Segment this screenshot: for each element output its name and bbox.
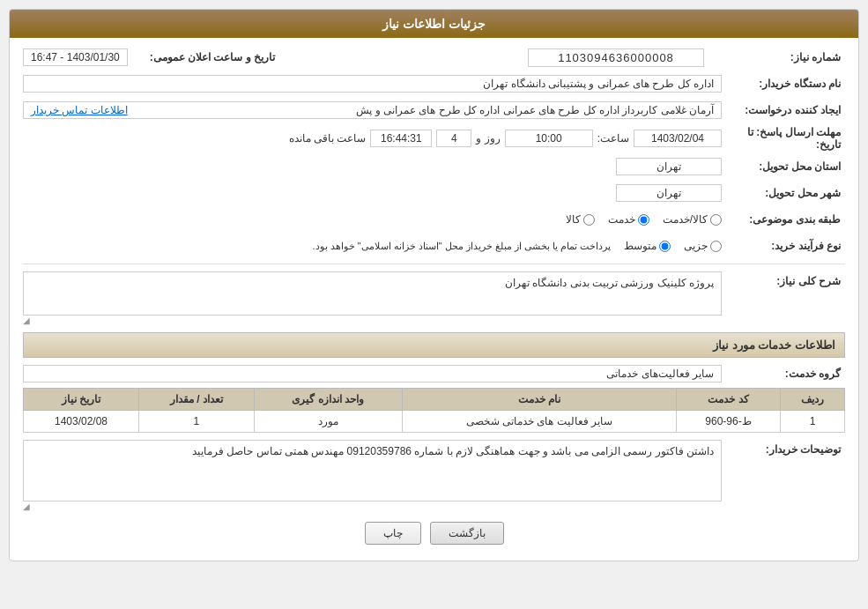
description-value: پروژه کلینیک ورزشی تربیت بدنی دانشگاه ته… — [23, 271, 722, 316]
page-title: جزئیات اطلاعات نیاز — [10, 10, 858, 38]
deadline-days: 4 — [436, 130, 471, 147]
category-option-kala-khedmat: کالا/خدمت — [663, 213, 708, 226]
deadline-countdown: 16:44:31 — [370, 130, 432, 147]
buyer-org-label: نام دستگاه خریدار: — [722, 78, 845, 90]
services-section-header: اطلاعات خدمات مورد نیاز — [23, 332, 845, 358]
table-header-unit: واحد اندازه گیری — [254, 389, 402, 411]
creator-value: آرمان غلامی کاربرداز اداره کل طرح های عم… — [356, 104, 714, 116]
deadline-date: 1403/02/04 — [634, 130, 722, 147]
category-label: طبقه بندی موضوعی: — [722, 213, 845, 226]
description-section-label: شرح کلی نیاز: — [722, 271, 845, 287]
notes-resize-handle: ◢ — [23, 501, 30, 511]
category-options: کالا/خدمت خدمت کالا — [566, 213, 722, 226]
buyer-notes-label: توضیحات خریدار: — [722, 440, 845, 456]
category-radio-kala[interactable] — [583, 214, 595, 226]
row-date: 1403/02/08 — [24, 411, 139, 433]
city-value: تهران — [616, 184, 722, 202]
deadline-time: 10:00 — [505, 130, 593, 147]
row-unit: مورد — [254, 411, 402, 433]
category-radio-khedmat[interactable] — [638, 214, 649, 226]
row-service-name: سایر فعالیت های خدماتی شخصی — [402, 411, 677, 433]
ptype-option-motavasset: متوسط — [624, 240, 657, 252]
creator-link[interactable]: اطلاعات تماس خریدار — [31, 104, 128, 116]
category-option-khedmat: خدمت — [608, 213, 635, 226]
buyer-org-value: اداره کل طرح های عمرانی و پشتیبانی دانشگ… — [23, 75, 722, 93]
buyer-notes-value: داشتن فاکتور رسمی الزامی می باشد و جهت ه… — [23, 440, 722, 501]
service-group-label: گروه خدمت: — [722, 368, 845, 380]
row-qty: 1 — [138, 411, 254, 433]
service-group-value: سایر فعالیت‌های خدماتی — [23, 365, 722, 382]
datetime-label: تاریخ و ساعت اعلان عمومی: — [150, 51, 275, 63]
table-header-code: کد خدمت — [677, 389, 781, 411]
table-header-qty: تعداد / مقدار — [138, 389, 254, 411]
request-number-label: شماره نیاز: — [722, 51, 845, 63]
table-header-name: نام خدمت — [402, 389, 677, 411]
category-option-kala: کالا — [566, 213, 581, 226]
deadline-time-label: ساعت: — [597, 132, 629, 145]
table-header-row: ردیف — [780, 389, 844, 411]
province-value: تهران — [616, 158, 722, 175]
purchase-type-note: پرداخت تمام یا بخشی از مبلغ خریداز محل "… — [312, 241, 611, 252]
city-label: شهر محل تحویل: — [722, 187, 845, 199]
row-number: 1 — [780, 411, 844, 433]
deadline-countdown-label: ساعت باقی مانده — [289, 132, 367, 145]
resize-handle: ◢ — [23, 316, 30, 325]
creator-label: ایجاد کننده درخواست: — [722, 104, 845, 116]
ptype-option-jozi: جزیی — [684, 240, 708, 252]
back-button[interactable]: بازگشت — [430, 522, 504, 545]
table-row: 1 ط-96-960 سایر فعالیت های خدماتی شخصی م… — [24, 411, 845, 433]
services-table: ردیف کد خدمت نام خدمت واحد اندازه گیری ت… — [23, 388, 845, 433]
datetime-value: 1403/01/30 - 16:47 — [23, 48, 128, 66]
ptype-radio-motavasset[interactable] — [659, 241, 671, 252]
purchase-type-label: نوع فرآیند خرید: — [722, 240, 845, 252]
footer-buttons: بازگشت چاپ — [23, 522, 845, 545]
print-button[interactable]: چاپ — [365, 522, 421, 545]
province-label: استان محل تحویل: — [722, 160, 845, 173]
deadline-days-label: روز و — [476, 132, 500, 145]
ptype-radio-jozi[interactable] — [710, 241, 722, 252]
deadline-label: مهلت ارسال پاسخ: تا تاریخ: — [722, 126, 845, 151]
row-code: ط-96-960 — [677, 411, 781, 433]
table-header-date: تاریخ نیاز — [24, 389, 139, 411]
request-number-value: 1103094636000008 — [528, 48, 704, 67]
category-radio-kala-khedmat[interactable] — [710, 214, 722, 226]
